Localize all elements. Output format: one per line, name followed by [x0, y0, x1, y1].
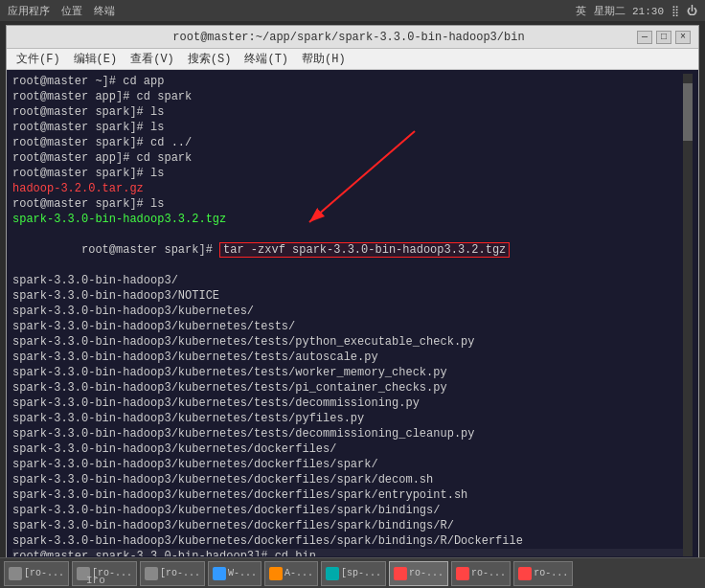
- terminal-line: spark-3.3.0-bin-hadoop3/NOTICE: [12, 288, 693, 304]
- taskbar-label-ro2: ro-...: [471, 568, 506, 578]
- iro-label: Iro: [86, 575, 105, 586]
- system-bar: 应用程序 位置 终端 英 星期二 21:30 ⣿ ⏻: [0, 0, 705, 21]
- terminal-line: spark-3.3.0-bin-hadoop3/kubernetes/tests…: [12, 365, 693, 380]
- taskbar-label-ro1: ro-...: [409, 568, 443, 578]
- datetime-display: 星期二 21:30: [594, 4, 664, 18]
- terminal-line: root@master ~]# cd app: [12, 74, 693, 89]
- taskbar-btn-1[interactable]: [ro-...: [4, 561, 69, 586]
- close-button[interactable]: ×: [675, 31, 691, 44]
- menu-file[interactable]: 文件(F): [11, 49, 66, 69]
- taskbar-icon-a: [269, 567, 283, 580]
- terminal-line: spark-3.3.0-bin-hadoop3/kubernetes/tests…: [12, 426, 693, 441]
- power-icon[interactable]: ⏻: [687, 5, 697, 17]
- terminal-line: spark-3.3.0-bin-hadoop3/kubernetes/: [12, 304, 693, 319]
- taskbar-icon-ro1: [394, 567, 407, 580]
- network-icon: ⣿: [671, 5, 679, 17]
- system-bar-left: 应用程序 位置 终端: [8, 4, 115, 18]
- taskbar-label-3: [ro-...: [160, 568, 200, 578]
- terminal-line: spark-3.3.0-bin-hadoop3/kubernetes/tests…: [12, 380, 693, 396]
- terminal-line: root@master spark]# ls: [12, 166, 693, 181]
- location-menu[interactable]: 位置: [61, 4, 82, 18]
- terminal-line-spark-tgz: spark-3.3.0-bin-hadoop3.3.2.tgz: [12, 212, 693, 227]
- taskbar-icon-word: [213, 567, 226, 580]
- terminal-line-tar-cmd: root@master spark]# tar -zxvf spark-3.3.…: [12, 227, 693, 273]
- highlighted-command: tar -zxvf spark-3.3.0-bin-hadoop3.3.2.tg…: [219, 242, 510, 258]
- terminal-line: spark-3.3.0-bin-hadoop3/kubernetes/docke…: [12, 457, 693, 472]
- taskbar-label-a: A-...: [284, 568, 313, 578]
- terminal-line: spark-3.3.0-bin-hadoop3/kubernetes/tests…: [12, 396, 693, 411]
- terminal-line: spark-3.3.0-bin-hadoop3/kubernetes/docke…: [12, 472, 693, 487]
- window-controls: — □ ×: [637, 31, 691, 44]
- terminal-line: spark-3.3.0-bin-hadoop3/: [12, 273, 693, 288]
- menu-help[interactable]: 帮助(H): [296, 49, 352, 69]
- taskbar-label-ro3: ro-...: [534, 568, 568, 578]
- terminal-line: spark-3.3.0-bin-hadoop3/kubernetes/docke…: [12, 441, 693, 457]
- app-menu[interactable]: 应用程序: [8, 4, 50, 18]
- taskbar-icon-1: [9, 567, 22, 580]
- taskbar-btn-sp[interactable]: [sp-...: [321, 561, 386, 586]
- maximize-button[interactable]: □: [656, 31, 671, 44]
- terminal-line: root@master spark]# ls: [12, 104, 693, 120]
- taskbar-btn-a[interactable]: A-...: [264, 561, 318, 586]
- taskbar-label-word: W-...: [228, 568, 257, 578]
- terminal-line-hadoop: hadoop-3.2.0.tar.gz: [12, 181, 693, 196]
- terminal-line: root@master spark]# ls: [12, 120, 693, 135]
- taskbar-btn-3[interactable]: [ro-...: [140, 561, 205, 586]
- taskbar-btn-word[interactable]: W-...: [208, 561, 262, 586]
- terminal-window: root@master:~/app/spark/spark-3.3.0-bin-…: [6, 25, 699, 561]
- taskbar-btn-ro3[interactable]: ro-...: [513, 561, 573, 586]
- menu-terminal[interactable]: 终端(T): [239, 49, 294, 69]
- taskbar-btn-ro2[interactable]: ro-...: [451, 561, 511, 586]
- menu-view[interactable]: 查看(V): [125, 49, 180, 69]
- terminal-scrollbar[interactable]: [683, 74, 693, 556]
- terminal-lines: root@master ~]# cd app root@master app]#…: [12, 74, 693, 556]
- menu-bar: 文件(F) 编辑(E) 查看(V) 搜索(S) 终端(T) 帮助(H): [7, 49, 698, 70]
- taskbar: [ro-... [ro-... [ro-... W-... A-... [sp-…: [0, 557, 705, 588]
- system-bar-right: 英 星期二 21:30 ⣿ ⏻: [576, 4, 697, 18]
- terminal-line: root@master spark]# ls: [12, 196, 693, 212]
- terminal-line: spark-3.3.0-bin-hadoop3/kubernetes/docke…: [12, 518, 693, 533]
- terminal-line: spark-3.3.0-bin-hadoop3/kubernetes/tests…: [12, 319, 693, 334]
- terminal-line: spark-3.3.0-bin-hadoop3/kubernetes/tests…: [12, 411, 693, 426]
- taskbar-icon-sp: [326, 567, 339, 580]
- scrollbar-thumb[interactable]: [683, 83, 693, 141]
- terminal-line: spark-3.3.0-bin-hadoop3/kubernetes/tests…: [12, 334, 693, 350]
- terminal-line: spark-3.3.0-bin-hadoop3/kubernetes/docke…: [12, 487, 693, 503]
- terminal-menu[interactable]: 终端: [94, 4, 115, 18]
- taskbar-label-sp: [sp-...: [341, 568, 381, 578]
- taskbar-label-1: [ro-...: [24, 568, 64, 578]
- terminal-line: root@master spark]# cd ../: [12, 135, 693, 150]
- title-bar: root@master:~/app/spark/spark-3.3.0-bin-…: [7, 26, 698, 49]
- terminal-content[interactable]: root@master ~]# cd app root@master app]#…: [7, 70, 698, 560]
- terminal-line: root@master app]# cd spark: [12, 89, 693, 104]
- taskbar-icon-ro3: [518, 567, 532, 580]
- menu-search[interactable]: 搜索(S): [182, 49, 238, 69]
- taskbar-icon-ro2: [456, 567, 469, 580]
- menu-edit[interactable]: 编辑(E): [68, 49, 124, 69]
- terminal-line: spark-3.3.0-bin-hadoop3/kubernetes/docke…: [12, 533, 693, 549]
- terminal-scroll-area[interactable]: root@master ~]# cd app root@master app]#…: [12, 74, 693, 556]
- terminal-line-cd-bin: root@master spark-3.3.0-bin-hadoop3]# cd…: [12, 549, 693, 556]
- minimize-button[interactable]: —: [637, 31, 652, 44]
- taskbar-icon-3: [145, 567, 158, 580]
- window-title: root@master:~/app/spark/spark-3.3.0-bin-…: [60, 31, 637, 44]
- terminal-line: spark-3.3.0-bin-hadoop3/kubernetes/docke…: [12, 503, 693, 518]
- terminal-line: root@master app]# cd spark: [12, 150, 693, 166]
- language-indicator: 英: [576, 4, 586, 18]
- taskbar-btn-ro1[interactable]: ro-...: [389, 561, 448, 586]
- terminal-line: spark-3.3.0-bin-hadoop3/kubernetes/tests…: [12, 350, 693, 365]
